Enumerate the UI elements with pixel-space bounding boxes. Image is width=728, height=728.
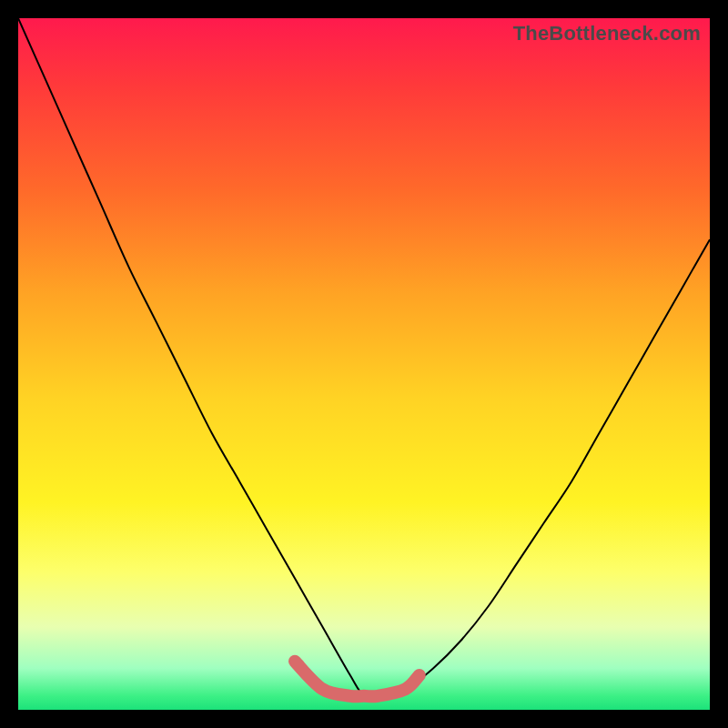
bottleneck-curve [18, 18, 710, 698]
plot-area: TheBottleneck.com [18, 18, 710, 710]
curve-layer [18, 18, 710, 710]
optimal-zone-highlight [295, 662, 420, 697]
outer-frame: TheBottleneck.com [0, 0, 728, 728]
